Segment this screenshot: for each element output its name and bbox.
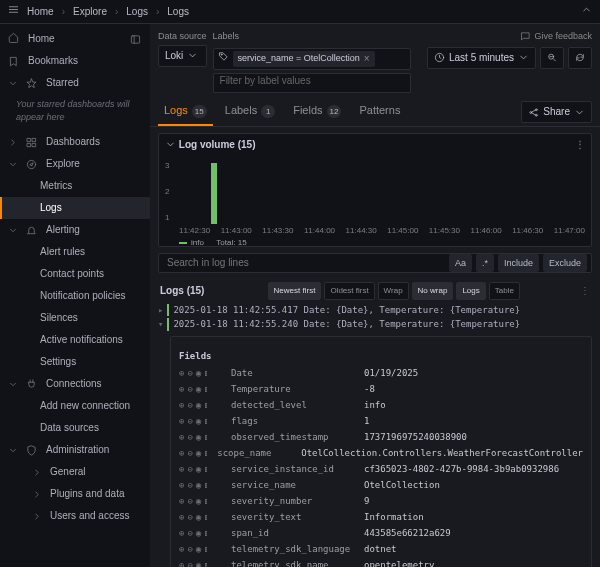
chevron-down-icon[interactable] bbox=[165, 139, 176, 150]
eye-icon[interactable]: ◉ bbox=[196, 480, 201, 490]
sidebar-general[interactable]: General bbox=[0, 461, 150, 483]
sidebar-admin[interactable]: Administration bbox=[0, 439, 150, 461]
zoom-out-icon[interactable]: ⊖ bbox=[187, 416, 192, 426]
stats-icon[interactable]: ⫾ bbox=[204, 432, 209, 442]
sidebar-settings[interactable]: Settings bbox=[0, 351, 150, 373]
collapse-icon[interactable] bbox=[581, 4, 592, 19]
zoom-in-icon[interactable]: ⊕ bbox=[179, 560, 184, 567]
zoom-in-icon[interactable]: ⊕ bbox=[179, 448, 184, 458]
stats-icon[interactable]: ⫾ bbox=[204, 416, 209, 426]
menu-icon[interactable] bbox=[8, 4, 19, 19]
tab-labels[interactable]: Labels1 bbox=[219, 98, 281, 126]
refresh-button[interactable] bbox=[568, 47, 592, 69]
stats-icon[interactable]: ⫾ bbox=[204, 368, 209, 378]
label-filter-input[interactable]: Filter by label values bbox=[213, 73, 411, 93]
sidebar-contact-points[interactable]: Contact points bbox=[0, 263, 150, 285]
eye-icon[interactable]: ◉ bbox=[196, 432, 201, 442]
zoom-in-icon[interactable]: ⊕ bbox=[179, 432, 184, 442]
eye-icon[interactable]: ◉ bbox=[196, 384, 201, 394]
zoom-out-icon[interactable]: ⊖ bbox=[187, 480, 192, 490]
zoom-in-icon[interactable]: ⊕ bbox=[179, 464, 184, 474]
label-chip[interactable]: service_name = OtelCollection× bbox=[233, 51, 375, 67]
stats-icon[interactable]: ⫾ bbox=[204, 496, 209, 506]
label-chip-row[interactable]: service_name = OtelCollection× bbox=[213, 48, 411, 70]
zoom-in-icon[interactable]: ⊕ bbox=[179, 480, 184, 490]
exclude-button[interactable]: Exclude bbox=[543, 254, 587, 272]
time-range-button[interactable]: Last 5 minutes bbox=[427, 47, 536, 69]
sidebar-active-notif[interactable]: Active notifications bbox=[0, 329, 150, 351]
wrap-button[interactable]: Wrap bbox=[378, 282, 409, 300]
eye-icon[interactable]: ◉ bbox=[196, 400, 201, 410]
zoom-out-icon[interactable]: ⊖ bbox=[187, 560, 192, 567]
logs-view-button[interactable]: Logs bbox=[456, 282, 485, 300]
sidebar-plugins[interactable]: Plugins and data bbox=[0, 483, 150, 505]
stats-icon[interactable]: ⫾ bbox=[204, 464, 209, 474]
sidebar-home[interactable]: Home bbox=[0, 28, 150, 50]
stats-icon[interactable]: ⫾ bbox=[204, 480, 209, 490]
zoom-out-icon[interactable]: ⊖ bbox=[187, 496, 192, 506]
sidebar-data-sources[interactable]: Data sources bbox=[0, 417, 150, 439]
zoom-in-icon[interactable]: ⊕ bbox=[179, 400, 184, 410]
eye-icon[interactable]: ◉ bbox=[196, 368, 201, 378]
sidebar-bookmarks[interactable]: Bookmarks bbox=[0, 50, 150, 72]
share-button[interactable]: Share bbox=[521, 101, 592, 123]
zoom-out-icon[interactable]: ⊖ bbox=[187, 512, 192, 522]
panel-menu[interactable]: ⋮ bbox=[575, 138, 585, 152]
logs-menu[interactable]: ⋮ bbox=[580, 284, 590, 298]
dock-icon[interactable] bbox=[130, 34, 142, 45]
zoom-in-icon[interactable]: ⊕ bbox=[179, 384, 184, 394]
zoom-out-icon[interactable]: ⊖ bbox=[187, 384, 192, 394]
datasource-select[interactable]: Loki bbox=[158, 45, 207, 67]
eye-icon[interactable]: ◉ bbox=[196, 560, 201, 567]
sidebar-logs[interactable]: Logs bbox=[0, 197, 150, 219]
stats-icon[interactable]: ⫾ bbox=[204, 560, 209, 567]
zoom-out-icon[interactable]: ⊖ bbox=[187, 544, 192, 554]
crumb[interactable]: Explore bbox=[73, 5, 107, 19]
regex-toggle[interactable]: .* bbox=[476, 254, 494, 272]
tab-logs[interactable]: Logs15 bbox=[158, 98, 213, 126]
give-feedback[interactable]: Give feedback bbox=[520, 30, 592, 43]
tab-patterns[interactable]: Patterns bbox=[353, 98, 406, 126]
case-toggle[interactable]: Aa bbox=[449, 254, 472, 272]
zoom-out-button[interactable] bbox=[540, 47, 564, 69]
zoom-in-icon[interactable]: ⊕ bbox=[179, 496, 184, 506]
close-icon[interactable]: × bbox=[364, 52, 370, 66]
stats-icon[interactable]: ⫾ bbox=[204, 528, 209, 538]
search-input[interactable] bbox=[163, 257, 445, 268]
sidebar-users[interactable]: Users and access bbox=[0, 505, 150, 527]
zoom-in-icon[interactable]: ⊕ bbox=[179, 416, 184, 426]
nowrap-button[interactable]: No wrap bbox=[412, 282, 454, 300]
zoom-in-icon[interactable]: ⊕ bbox=[179, 528, 184, 538]
sidebar-alert-rules[interactable]: Alert rules bbox=[0, 241, 150, 263]
eye-icon[interactable]: ◉ bbox=[196, 528, 201, 538]
stats-icon[interactable]: ⫾ bbox=[204, 400, 209, 410]
tab-fields[interactable]: Fields12 bbox=[287, 98, 347, 126]
sidebar-metrics[interactable]: Metrics bbox=[0, 175, 150, 197]
sidebar-dashboards[interactable]: Dashboards bbox=[0, 131, 150, 153]
zoom-in-icon[interactable]: ⊕ bbox=[179, 512, 184, 522]
stats-icon[interactable]: ⫾ bbox=[204, 384, 209, 394]
sidebar-alerting[interactable]: Alerting bbox=[0, 219, 150, 241]
zoom-out-icon[interactable]: ⊖ bbox=[187, 400, 192, 410]
oldest-first-button[interactable]: Oldest first bbox=[324, 282, 374, 300]
eye-icon[interactable]: ◉ bbox=[196, 512, 201, 522]
stats-icon[interactable]: ⫾ bbox=[204, 512, 209, 522]
sidebar-add-conn[interactable]: Add new connection bbox=[0, 395, 150, 417]
zoom-out-icon[interactable]: ⊖ bbox=[187, 448, 192, 458]
eye-icon[interactable]: ◉ bbox=[196, 496, 201, 506]
zoom-out-icon[interactable]: ⊖ bbox=[187, 368, 192, 378]
zoom-in-icon[interactable]: ⊕ bbox=[179, 544, 184, 554]
zoom-out-icon[interactable]: ⊖ bbox=[187, 464, 192, 474]
sidebar-starred[interactable]: Starred bbox=[0, 72, 150, 94]
sidebar-explore[interactable]: Explore bbox=[0, 153, 150, 175]
crumb[interactable]: Logs bbox=[126, 5, 148, 19]
eye-icon[interactable]: ◉ bbox=[196, 416, 201, 426]
eye-icon[interactable]: ◉ bbox=[196, 464, 201, 474]
eye-icon[interactable]: ◉ bbox=[196, 448, 201, 458]
log-volume-chart[interactable]: 321 11:42:3011:43:0011:43:3011:44:0011:4… bbox=[159, 156, 591, 246]
sidebar-silences[interactable]: Silences bbox=[0, 307, 150, 329]
crumb[interactable]: Home bbox=[27, 5, 54, 19]
stats-icon[interactable]: ⫾ bbox=[204, 448, 209, 458]
log-line[interactable]: ▸2025-01-18 11:42:55.417 Date: {Date}, T… bbox=[158, 303, 592, 318]
sidebar-connections[interactable]: Connections bbox=[0, 373, 150, 395]
